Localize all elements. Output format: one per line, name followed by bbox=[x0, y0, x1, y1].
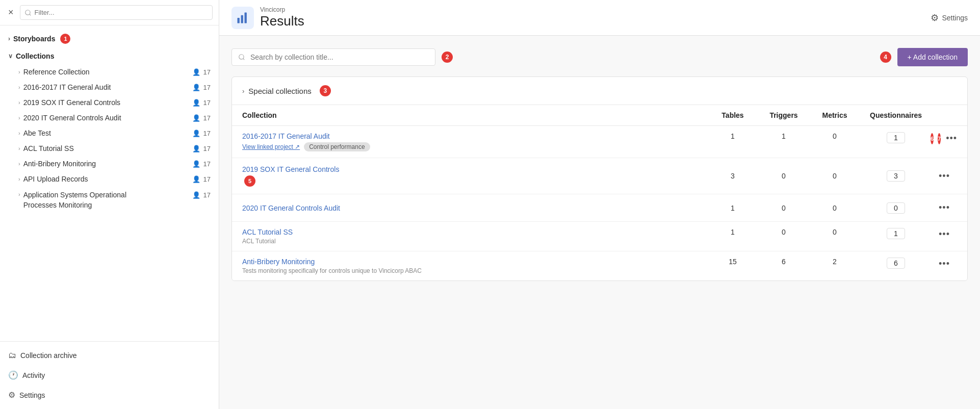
collections-label: Collections bbox=[16, 52, 54, 60]
sidebar-nav: › Storyboards 1 ∨ Collections › Referenc… bbox=[0, 25, 219, 218]
col-collection: Collection bbox=[242, 111, 707, 119]
chevron-right-icon: › bbox=[8, 35, 10, 42]
sidebar-item-activity[interactable]: 🕐 Activity bbox=[0, 365, 219, 385]
sidebar-item-abe-test[interactable]: › Abe Test 👤 17 bbox=[0, 125, 219, 141]
settings-icon: ⚙ bbox=[8, 390, 15, 400]
sidebar-item-label: ACL Tutorial SS bbox=[23, 144, 189, 152]
settings-gear-icon: ⚙ bbox=[931, 12, 939, 23]
questionnaire-badge: 6 bbox=[887, 258, 905, 269]
add-collection-button[interactable]: + Add collection bbox=[897, 48, 968, 66]
sidebar-item-collection-archive[interactable]: 🗂 Collection archive bbox=[0, 346, 219, 365]
sidebar-item-app-systems[interactable]: › Application Systems OperationalProcess… bbox=[0, 187, 219, 214]
main-content: Vincicorp Results ⚙ Settings 2 4 + Add c… bbox=[219, 0, 980, 409]
questionnaire-cell: 1 bbox=[860, 228, 932, 239]
col-actions bbox=[932, 111, 957, 119]
collection-sub: ACL Tutorial bbox=[242, 238, 707, 245]
sidebar-item-settings[interactable]: ⚙ Settings bbox=[0, 385, 219, 405]
row-collection-cell: Anti-Bribery Monitoring Tests monitoring… bbox=[242, 258, 707, 274]
more-options-button[interactable]: ••• bbox=[932, 228, 957, 241]
close-button[interactable]: × bbox=[6, 6, 16, 19]
triggers-val: 0 bbox=[758, 204, 809, 212]
col-metrics: Metrics bbox=[809, 111, 860, 119]
filter-input[interactable] bbox=[20, 5, 213, 20]
sidebar-item-anti-bribery[interactable]: › Anti-Bribery Monitoring 👤 17 bbox=[0, 156, 219, 171]
special-collections-label: Special collections bbox=[248, 87, 311, 95]
user-icon: 👤 bbox=[192, 84, 200, 91]
item-chevron-icon: › bbox=[18, 176, 20, 182]
collection-sub: Tests monitoring specifically for contro… bbox=[242, 267, 707, 274]
sidebar-item-label: API Upload Records bbox=[23, 175, 189, 183]
item-count: 17 bbox=[203, 145, 211, 152]
item-chevron-icon: › bbox=[18, 115, 20, 121]
app-icon bbox=[231, 7, 254, 29]
questionnaire-badge: 1 bbox=[887, 132, 905, 143]
item-count: 17 bbox=[203, 68, 211, 76]
main-body: 2 4 + Add collection › Special collectio… bbox=[219, 36, 980, 409]
metrics-val: 0 bbox=[809, 204, 860, 212]
user-icon: 👤 bbox=[192, 130, 200, 137]
sidebar-item-label: Anti-Bribery Monitoring bbox=[23, 160, 189, 168]
tables-val: 1 bbox=[707, 132, 758, 140]
more-options-button[interactable]: ••• bbox=[943, 132, 960, 145]
col-questionnaires: Questionnaires bbox=[860, 111, 932, 119]
row-collection-cell: 2019 SOX IT General Controls 5 bbox=[242, 165, 707, 187]
collection-link[interactable]: ACL Tutorial SS bbox=[242, 228, 707, 236]
table-row: 2020 IT General Controls Audit 1 0 0 0 •… bbox=[232, 194, 967, 222]
ellipsis-icon: ••• bbox=[939, 259, 950, 269]
row-collection-cell: 2016-2017 IT General Audit View linked p… bbox=[242, 132, 707, 151]
item-chevron-icon: › bbox=[18, 69, 20, 75]
triggers-val: 0 bbox=[758, 228, 809, 236]
more-options-button[interactable]: ••• bbox=[932, 258, 957, 270]
collection-link[interactable]: 2019 SOX IT General Controls bbox=[242, 165, 707, 173]
sidebar-item-label: Application Systems OperationalProcesses… bbox=[23, 190, 189, 210]
user-icon: 👤 bbox=[192, 191, 200, 199]
item-count: 17 bbox=[203, 84, 211, 91]
sidebar-item-label: 2019 SOX IT General Controls bbox=[23, 98, 189, 107]
special-collections-row[interactable]: › Special collections 3 bbox=[232, 77, 967, 105]
more-options-button[interactable]: ••• bbox=[932, 170, 957, 183]
collection-link[interactable]: Anti-Bribery Monitoring bbox=[242, 258, 707, 266]
search-input[interactable] bbox=[231, 48, 435, 66]
triggers-val: 6 bbox=[758, 258, 809, 266]
tables-val: 1 bbox=[707, 228, 758, 236]
header-settings[interactable]: ⚙ Settings bbox=[931, 12, 968, 23]
item-chevron-icon: › bbox=[18, 99, 20, 106]
questionnaire-badge: 1 bbox=[887, 228, 905, 239]
sidebar-item-label: Abe Test bbox=[23, 129, 189, 137]
table-header: Collection Tables Triggers Metrics Quest… bbox=[232, 105, 967, 126]
sidebar-item-storyboards[interactable]: › Storyboards 1 bbox=[0, 30, 219, 48]
sidebar-item-collections[interactable]: ∨ Collections bbox=[0, 48, 219, 64]
sidebar-item-sox-2019[interactable]: › 2019 SOX IT General Controls 👤 17 bbox=[0, 95, 219, 110]
user-icon: 👤 bbox=[192, 99, 200, 107]
sidebar-item-reference-collection[interactable]: › Reference Collection 👤 17 bbox=[0, 64, 219, 80]
linked-project-link[interactable]: View linked project ↗ bbox=[242, 143, 300, 150]
metrics-val: 0 bbox=[809, 228, 860, 236]
item-chevron-icon: › bbox=[18, 161, 20, 167]
settings-label: Settings bbox=[19, 391, 45, 399]
sidebar-item-it-audit-2016[interactable]: › 2016-2017 IT General Audit 👤 17 bbox=[0, 80, 219, 95]
questionnaire-badge: 3 bbox=[887, 170, 905, 182]
col-triggers: Triggers bbox=[758, 111, 809, 119]
svg-rect-2 bbox=[245, 12, 247, 23]
collection-link[interactable]: 2020 IT General Controls Audit bbox=[242, 204, 707, 212]
user-icon: 👤 bbox=[192, 114, 200, 122]
user-icon: 👤 bbox=[192, 160, 200, 168]
sidebar-item-api-upload[interactable]: › API Upload Records 👤 17 bbox=[0, 171, 219, 187]
badge-3: 3 bbox=[320, 85, 331, 96]
sidebar-item-it-audit-2020[interactable]: › 2020 IT General Controls Audit 👤 17 bbox=[0, 110, 219, 125]
badge-4: 4 bbox=[880, 52, 891, 63]
svg-rect-1 bbox=[241, 15, 243, 23]
chevron-down-icon: ∨ bbox=[8, 53, 13, 60]
header-text: Vincicorp Results bbox=[260, 6, 304, 29]
sidebar-item-acl-tutorial[interactable]: › ACL Tutorial SS 👤 17 bbox=[0, 141, 219, 156]
more-options-button[interactable]: ••• bbox=[932, 201, 957, 214]
collection-link[interactable]: 2016-2017 IT General Audit bbox=[242, 132, 707, 140]
badge-6: 6 bbox=[931, 133, 934, 144]
metrics-val: 0 bbox=[809, 172, 860, 180]
questionnaire-cell: 3 bbox=[860, 170, 932, 182]
item-count: 17 bbox=[203, 191, 211, 199]
sidebar-item-label: 2020 IT General Controls Audit bbox=[23, 114, 189, 122]
table-row: 2016-2017 IT General Audit View linked p… bbox=[232, 126, 967, 158]
special-chevron-icon: › bbox=[242, 87, 244, 95]
sidebar-nav-area: › Storyboards 1 ∨ Collections › Referenc… bbox=[0, 25, 219, 341]
